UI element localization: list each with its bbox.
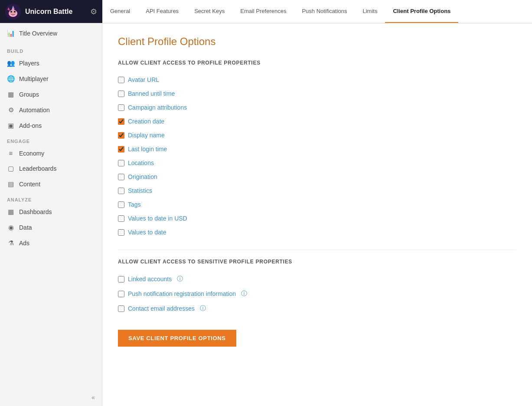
svg-point-2: [10, 10, 16, 16]
gear-button[interactable]: ⚙: [90, 7, 97, 16]
checkbox-campaign-attributions[interactable]: [118, 104, 124, 111]
checkbox-tags[interactable]: [118, 201, 124, 208]
checkbox-push-notification-reg[interactable]: [118, 291, 124, 297]
info-icon-linked-accounts[interactable]: ⓘ: [177, 275, 183, 283]
checkbox-statistics[interactable]: [118, 188, 124, 194]
sidebar-item-content[interactable]: ▤ Content: [0, 176, 102, 192]
checkbox-label-locations[interactable]: Locations: [128, 159, 154, 166]
checkbox-item-last-login-time: Last login time: [118, 142, 516, 156]
players-icon: 👥: [7, 59, 15, 67]
checkbox-label-avatar-url[interactable]: Avatar URL: [128, 76, 159, 83]
checkbox-contact-email[interactable]: [118, 305, 124, 312]
nav-tab-api-features[interactable]: API Features: [138, 0, 186, 23]
checkbox-label-banned-until-time[interactable]: Banned until time: [128, 90, 175, 97]
checkbox-label-display-name[interactable]: Display name: [128, 132, 165, 139]
sidebar-section-engage: ENGAGE: [0, 133, 102, 146]
sidebar-item-data[interactable]: ◉ Data: [0, 220, 102, 235]
checkbox-avatar-url[interactable]: [118, 77, 124, 83]
page-title: Client Profile Options: [118, 36, 516, 48]
main-content: Client Profile Options ALLOW CLIENT ACCE…: [102, 23, 532, 406]
section1: ALLOW CLIENT ACCESS TO PROFILE PROPERTIE…: [118, 60, 516, 239]
checkbox-display-name[interactable]: [118, 132, 124, 139]
checkbox-label-push-notification-reg[interactable]: Push notification registration informati…: [128, 290, 236, 297]
sidebar: 📊 Title Overview BUILD 👥 Players 🌐 Multi…: [0, 23, 102, 406]
leaderboards-label: Leaderboards: [19, 165, 56, 172]
add-ons-icon: ▣: [7, 122, 15, 130]
checkbox-linked-accounts[interactable]: [118, 276, 124, 283]
layout: 📊 Title Overview BUILD 👥 Players 🌐 Multi…: [0, 23, 532, 406]
checkbox-item-push-notification-reg: Push notification registration informati…: [118, 286, 516, 301]
nav-tab-push-notifications[interactable]: Push Notifications: [294, 0, 355, 23]
section2-header: ALLOW CLIENT ACCESS TO SENSITIVE PROFILE…: [118, 259, 516, 265]
sidebar-item-multiplayer[interactable]: 🌐 Multiplayer: [0, 71, 102, 87]
checkbox-label-last-login-time[interactable]: Last login time: [128, 146, 167, 153]
section-divider: [118, 250, 516, 250]
svg-point-6: [14, 11, 16, 13]
section1-items: Avatar URLBanned until timeCampaign attr…: [118, 73, 516, 239]
checkbox-creation-date[interactable]: [118, 118, 124, 125]
checkbox-item-values-to-date-usd: Values to date in USD: [118, 211, 516, 225]
groups-icon: ▦: [7, 91, 15, 98]
checkbox-label-contact-email[interactable]: Contact email addresses: [128, 305, 195, 312]
content-label: Content: [19, 181, 40, 188]
sidebar-item-players[interactable]: 👥 Players: [0, 55, 102, 71]
checkbox-banned-until-time[interactable]: [118, 91, 124, 97]
checkbox-label-linked-accounts[interactable]: Linked accounts: [128, 276, 172, 283]
checkbox-label-creation-date[interactable]: Creation date: [128, 118, 164, 125]
sidebar-item-leaderboards[interactable]: ▢ Leaderboards: [0, 161, 102, 176]
sidebar-collapse-button[interactable]: «: [0, 389, 102, 406]
save-client-profile-button[interactable]: SAVE CLIENT PROFILE OPTIONS: [118, 330, 236, 347]
nav-tab-email-preferences[interactable]: Email Preferences: [232, 0, 294, 23]
title-overview-label: Title Overview: [19, 30, 57, 37]
content-icon: ▤: [7, 180, 15, 188]
sidebar-title-overview[interactable]: 📊 Title Overview: [0, 23, 102, 43]
checkbox-label-campaign-attributions[interactable]: Campaign attributions: [128, 104, 187, 111]
automation-icon: ⚙: [7, 106, 15, 114]
sidebar-item-groups[interactable]: ▦ Groups: [0, 87, 102, 102]
checkbox-label-origination[interactable]: Origination: [128, 173, 157, 180]
ads-label: Ads: [19, 240, 29, 247]
checkbox-label-values-to-date-usd[interactable]: Values to date in USD: [128, 215, 187, 222]
checkbox-item-banned-until-time: Banned until time: [118, 87, 516, 101]
leaderboards-icon: ▢: [7, 165, 15, 172]
sidebar-item-automation[interactable]: ⚙ Automation: [0, 102, 102, 118]
economy-label: Economy: [19, 150, 44, 157]
sidebar-item-economy[interactable]: ≡ Economy: [0, 146, 102, 161]
checkbox-item-tags: Tags: [118, 198, 516, 211]
sidebar-section-build: BUILD: [0, 43, 102, 55]
checkbox-item-avatar-url: Avatar URL: [118, 73, 516, 87]
sidebar-item-add-ons[interactable]: ▣ Add-ons: [0, 118, 102, 133]
checkbox-origination[interactable]: [118, 174, 124, 180]
checkbox-label-values-to-date[interactable]: Values to date: [128, 229, 166, 236]
nav-tab-general[interactable]: General: [102, 0, 138, 23]
automation-label: Automation: [19, 107, 50, 114]
checkbox-label-tags[interactable]: Tags: [128, 201, 141, 208]
dashboards-label: Dashboards: [19, 208, 52, 215]
checkbox-label-statistics[interactable]: Statistics: [128, 187, 152, 194]
app-logo: [5, 4, 21, 19]
top-bar: Unicorn Battle ⚙ GeneralAPI FeaturesSecr…: [0, 0, 532, 23]
checkbox-item-contact-email: Contact email addressesⓘ: [118, 301, 516, 316]
info-icon-contact-email[interactable]: ⓘ: [200, 305, 206, 312]
bar-chart-icon: 📊: [7, 29, 15, 37]
info-icon-push-notification-reg[interactable]: ⓘ: [241, 290, 247, 298]
checkbox-item-values-to-date: Values to date: [118, 225, 516, 239]
players-label: Players: [19, 60, 39, 67]
checkbox-values-to-date-usd[interactable]: [118, 215, 124, 222]
nav-tabs: GeneralAPI FeaturesSecret KeysEmail Pref…: [102, 0, 532, 23]
app-title: Unicorn Battle: [25, 8, 72, 16]
checkbox-locations[interactable]: [118, 160, 124, 166]
nav-tab-client-profile-options[interactable]: Client Profile Options: [385, 0, 458, 23]
checkbox-last-login-time[interactable]: [118, 146, 124, 153]
nav-tab-limits[interactable]: Limits: [355, 0, 385, 23]
checkbox-item-origination: Origination: [118, 170, 516, 184]
section2-items: Linked accountsⓘPush notification regist…: [118, 272, 516, 316]
sidebar-item-dashboards[interactable]: ▦ Dashboards: [0, 204, 102, 220]
ads-icon: ⚗: [7, 239, 15, 247]
nav-tab-secret-keys[interactable]: Secret Keys: [186, 0, 232, 23]
sidebar-item-ads[interactable]: ⚗ Ads: [0, 235, 102, 251]
checkbox-item-linked-accounts: Linked accountsⓘ: [118, 272, 516, 286]
checkbox-values-to-date[interactable]: [118, 229, 124, 236]
checkbox-item-statistics: Statistics: [118, 184, 516, 198]
multiplayer-icon: 🌐: [7, 75, 15, 83]
